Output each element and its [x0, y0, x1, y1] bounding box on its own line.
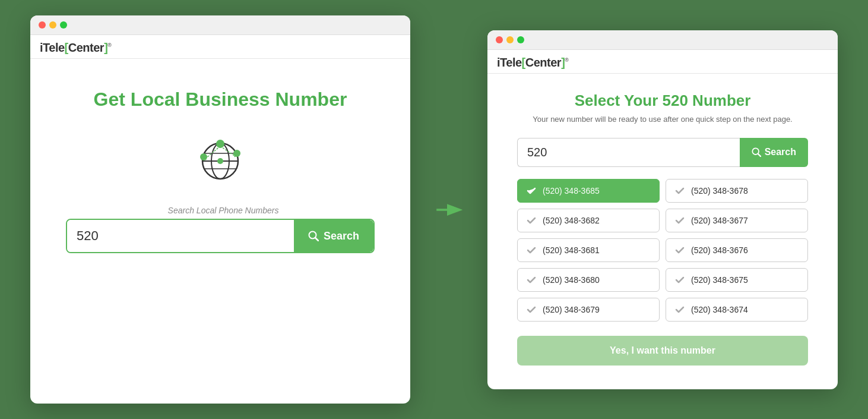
cta-button[interactable]: Yes, I want this number [517, 336, 808, 366]
select-subtitle: Your new number will be ready to use aft… [517, 115, 808, 124]
phone-number-item[interactable]: (520) 348-3677 [666, 209, 808, 232]
right-titlebar [487, 30, 838, 50]
check-icon [674, 215, 685, 226]
phone-number-text: (520) 348-3681 [543, 245, 600, 255]
phone-number-text: (520) 348-3682 [543, 216, 600, 225]
phone-number-item[interactable]: (520) 348-3678 [666, 179, 808, 203]
search-label: Search Local Phone Numbers [72, 206, 375, 215]
right-close-button[interactable] [496, 36, 503, 43]
phone-number-item[interactable]: (520) 348-3680 [517, 268, 660, 292]
phone-number-text: (520) 348-3679 [543, 305, 600, 314]
phone-number-text: (520) 348-3680 [543, 275, 600, 285]
right-search-form: Search [517, 138, 808, 167]
check-icon [526, 275, 537, 285]
maximize-button[interactable] [60, 21, 67, 29]
left-search-input[interactable] [67, 220, 294, 252]
check-icon [674, 304, 685, 315]
svg-line-19 [758, 154, 760, 156]
select-title: Select Your 520 Number [517, 92, 808, 110]
phone-number-text: (520) 348-3678 [691, 186, 748, 196]
left-titlebar [30, 15, 410, 35]
phone-number-item[interactable]: (520) 348-3679 [517, 298, 660, 322]
arrow-container [434, 198, 464, 222]
phone-number-item[interactable]: (520) 348-3675 [666, 268, 808, 292]
left-logo: iTele[Center]® [40, 41, 111, 55]
right-logo-area: iTele[Center]® [487, 50, 838, 73]
check-icon [674, 245, 685, 256]
right-search-button[interactable]: Search [740, 138, 808, 167]
check-icon [526, 245, 537, 256]
search-icon [308, 231, 319, 241]
phone-number-grid: (520) 348-3685(520) 348-3678(520) 348-36… [517, 179, 808, 322]
phone-number-text: (520) 348-3675 [691, 275, 748, 285]
phone-number-text: (520) 348-3677 [691, 216, 748, 225]
check-icon [674, 275, 685, 285]
left-search-button[interactable]: Search [294, 220, 373, 252]
svg-line-15 [315, 238, 318, 241]
left-window: iTele[Center]® Get Local Business Number [30, 15, 410, 404]
right-window: iTele[Center]® Select Your 520 Number Yo… [487, 30, 838, 389]
phone-number-text: (520) 348-3674 [691, 305, 748, 314]
check-icon [526, 185, 537, 196]
right-maximize-button[interactable] [517, 36, 524, 43]
phone-number-item[interactable]: (520) 348-3681 [517, 238, 660, 262]
main-title: Get Local Business Number [94, 89, 347, 111]
phone-number-item[interactable]: (520) 348-3682 [517, 209, 660, 232]
right-content: Select Your 520 Number Your new number w… [487, 74, 838, 389]
right-logo: iTele[Center]® [497, 56, 568, 70]
check-icon [526, 304, 537, 315]
phone-number-text: (520) 348-3685 [543, 186, 600, 196]
phone-number-item[interactable]: (520) 348-3674 [666, 298, 808, 322]
left-logo-area: iTele[Center]® [30, 35, 410, 58]
phone-number-item[interactable]: (520) 348-3685 [517, 179, 660, 203]
close-button[interactable] [39, 21, 46, 29]
search-icon-right [752, 147, 761, 157]
phone-number-item[interactable]: (520) 348-3676 [666, 238, 808, 262]
arrow-icon [434, 198, 464, 222]
check-icon [674, 185, 685, 196]
phone-number-text: (520) 348-3676 [691, 245, 748, 255]
globe-icon [191, 128, 250, 188]
right-search-input[interactable] [517, 138, 740, 167]
check-icon [526, 215, 537, 226]
minimize-button[interactable] [49, 21, 56, 29]
right-minimize-button[interactable] [506, 36, 514, 43]
search-form-left: Search [66, 219, 375, 253]
left-content: Get Local Business Number [30, 59, 410, 404]
svg-point-5 [217, 158, 223, 164]
